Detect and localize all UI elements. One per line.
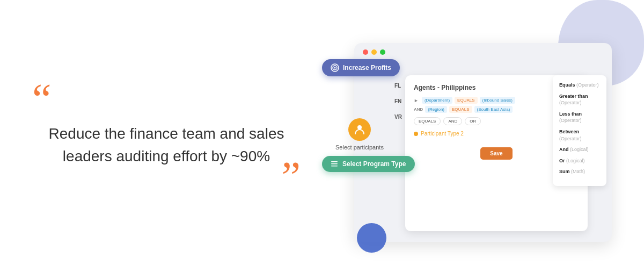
btn-or[interactable]: OR — [465, 117, 481, 125]
quote-section: “ Reduce the finance team and sales lead… — [32, 86, 301, 183]
filter-and: AND — [414, 107, 423, 112]
filter-equals-1: EQUALS — [455, 97, 477, 104]
person-icon — [348, 118, 371, 141]
participant-dot — [414, 132, 418, 136]
quote-text: Reduce the finance team and sales leader… — [32, 123, 301, 168]
increase-profits-button[interactable]: Increase Profits — [322, 59, 400, 76]
svg-rect-5 — [331, 163, 338, 164]
filter-tag-inbound: (Inbound Sales) — [480, 97, 515, 104]
op-equals: Equals (Operator) — [559, 82, 600, 89]
participant-text: Participant Type 2 — [421, 131, 464, 137]
mockup-section: FL FN VR Agents - Philippines ► (Departm… — [311, 22, 644, 258]
btn-equals[interactable]: EQUALS — [414, 117, 441, 125]
browser-titlebar — [354, 43, 612, 61]
dot-red — [363, 49, 368, 55]
filter-equals-2: EQUALS — [449, 106, 472, 113]
op-sum: Sum (Math) — [559, 168, 600, 175]
op-and: And (Logical) — [559, 146, 600, 153]
decorative-blue-circle — [357, 223, 386, 253]
svg-point-3 — [357, 125, 362, 130]
svg-rect-6 — [331, 166, 338, 167]
select-program-button[interactable]: Select Program Type — [322, 156, 415, 172]
letter-vr: VR — [394, 114, 402, 120]
btn-and[interactable]: AND — [443, 117, 462, 125]
filter-arrow: ► — [414, 98, 419, 103]
letters-column: FL FN VR — [394, 75, 402, 127]
dot-green — [380, 49, 385, 55]
letter-fn: FN — [394, 98, 402, 104]
op-or: Or (Logical) — [559, 158, 600, 164]
letter-fl: FL — [394, 83, 402, 89]
filter-tag-region: (Region) — [425, 106, 447, 113]
select-participants-button[interactable]: Select participants — [335, 118, 384, 151]
filter-tag-sea: (South East Asia) — [474, 106, 513, 113]
op-greater: Greater than (Operator) — [559, 93, 600, 106]
filter-tag-department: (Department) — [422, 97, 452, 104]
list-icon — [331, 160, 338, 168]
svg-point-2 — [334, 67, 336, 69]
operators-panel: Equals (Operator) Greater than (Operator… — [553, 75, 606, 186]
open-quote-mark: “ — [32, 86, 52, 112]
op-less: Less than (Operator) — [559, 111, 600, 124]
dot-yellow — [371, 49, 377, 55]
close-quote-mark: ” — [32, 170, 301, 183]
op-between: Between (Operator) — [559, 128, 600, 142]
svg-rect-4 — [331, 161, 338, 162]
target-icon — [331, 63, 339, 72]
save-button[interactable]: Save — [480, 147, 512, 160]
